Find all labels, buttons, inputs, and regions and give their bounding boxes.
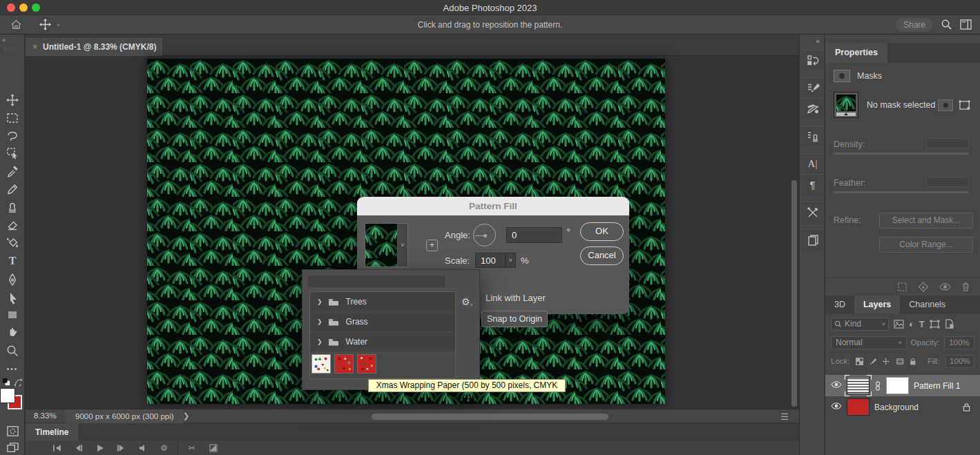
ok-button[interactable]: OK [580, 222, 624, 241]
background-layer-thumbnail[interactable] [847, 398, 869, 416]
lock-all-icon[interactable] [910, 357, 916, 366]
snap-to-origin-button[interactable]: Snap to Origin [481, 311, 548, 327]
mute-audio-button[interactable] [132, 444, 153, 452]
fill-value[interactable]: 100% [945, 355, 974, 368]
filter-pixel-layers-icon[interactable] [894, 320, 904, 329]
close-tab-icon[interactable]: × [32, 42, 37, 52]
next-frame-button[interactable] [111, 444, 132, 452]
feather-value-box[interactable] [926, 177, 969, 187]
pen-tool[interactable] [3, 271, 21, 288]
history-panel-icon[interactable] [802, 50, 823, 70]
previous-frame-button[interactable] [68, 444, 89, 452]
density-slider[interactable] [834, 153, 969, 155]
add-vector-mask-icon[interactable] [959, 99, 972, 111]
vertical-scrollbar[interactable] [791, 56, 798, 409]
pattern-layer-thumbnail[interactable] [847, 377, 869, 394]
move-tool[interactable] [3, 92, 21, 108]
color-range-button[interactable]: Color Range... [879, 237, 973, 253]
layer-mask-thumbnail[interactable] [886, 377, 909, 394]
document-tab[interactable]: × Untitled-1 @ 8.33% (CMYK/8) [26, 38, 162, 56]
opacity-value[interactable]: 100% [944, 336, 974, 349]
load-selection-icon[interactable] [897, 282, 907, 292]
share-button[interactable]: Share [896, 18, 933, 32]
tools-panel-icon[interactable] [802, 202, 823, 222]
add-pixel-mask-icon[interactable] [938, 99, 953, 111]
brushes-panel-icon[interactable] [802, 77, 823, 98]
layer-pattern-thumbnail[interactable] [834, 92, 858, 118]
layer-row-pattern-fill[interactable]: Pattern Fill 1 [825, 375, 980, 396]
screen-mode-icon[interactable] [3, 439, 21, 455]
paint-bucket-tool[interactable] [3, 235, 21, 251]
workspace-switcher-icon[interactable] [960, 19, 972, 32]
character-panel-icon[interactable]: A| [802, 153, 823, 174]
filter-type-layers-icon[interactable]: T [919, 319, 925, 329]
pattern-dropdown-chevron-icon[interactable]: ˅ [397, 224, 407, 267]
pattern-thumbnail-red-2[interactable] [357, 354, 376, 374]
scale-input[interactable]: 100 [475, 253, 506, 268]
layer-visibility-eye-icon[interactable] [831, 380, 842, 391]
pattern-folder-trees[interactable]: ❯ Trees [310, 292, 455, 311]
blend-mode-dropdown[interactable]: Normal ˅ [831, 336, 907, 349]
direct-selection-tool[interactable] [3, 290, 21, 307]
cancel-button[interactable]: Cancel [580, 246, 624, 265]
picker-settings-gear-icon[interactable]: ⚙˅ [461, 296, 473, 307]
lock-position-icon[interactable] [882, 357, 890, 366]
tools-grip[interactable]: |||||| [4, 46, 17, 52]
pattern-preview-dropdown[interactable]: ˅ [365, 223, 408, 267]
kind-filter-dropdown[interactable]: Kind ˅ [831, 318, 889, 331]
object-selection-tool[interactable] [3, 145, 21, 162]
timeline-settings-icon[interactable]: ⚙ [153, 443, 175, 453]
collapse-panels-icon[interactable]: « [816, 37, 820, 45]
tab-3d[interactable]: 3D [825, 296, 854, 314]
pattern-search-input[interactable] [307, 275, 445, 287]
tab-channels[interactable]: Channels [900, 296, 954, 314]
paragraph-panel-icon[interactable]: ¶ [802, 174, 823, 195]
lock-transparency-icon[interactable] [856, 357, 863, 366]
pattern-folder-grass[interactable]: ❯ Grass [310, 312, 455, 331]
filter-smart-objects-icon[interactable] [945, 319, 954, 329]
brush-settings-panel-icon[interactable] [802, 98, 823, 119]
tab-layers[interactable]: Layers [854, 296, 900, 314]
lock-artboard-icon[interactable] [896, 357, 904, 366]
timeline-panel-menu-icon[interactable]: ☰ [780, 412, 789, 422]
select-and-mask-button[interactable]: Select and Mask... [879, 213, 973, 229]
split-clip-icon[interactable]: ✂ [181, 443, 202, 453]
quick-mask-icon[interactable] [3, 423, 21, 439]
dialog-title[interactable]: Pattern Fill [357, 197, 629, 215]
transition-icon[interactable] [202, 444, 224, 452]
status-chevron-icon[interactable]: ❯ [183, 412, 189, 420]
layer-name[interactable]: Pattern Fill 1 [914, 381, 960, 391]
scale-dropdown-chevron-icon[interactable]: ˅ [506, 253, 516, 268]
default-colors-icon[interactable] [2, 378, 11, 389]
zoom-tool[interactable] [3, 342, 21, 359]
eraser-tool[interactable] [3, 217, 21, 233]
tab-timeline[interactable]: Timeline [26, 423, 78, 441]
healing-brush-tool[interactable] [3, 181, 21, 197]
angle-dial[interactable] [473, 224, 496, 246]
apply-mask-icon[interactable] [918, 282, 929, 292]
link-with-layer-label[interactable]: Link with Layer [486, 293, 546, 303]
mask-link-icon[interactable] [874, 381, 881, 391]
filter-shape-layers-icon[interactable] [930, 320, 940, 329]
marquee-tool[interactable] [3, 110, 21, 126]
expand-tools-icon[interactable]: » [2, 37, 6, 43]
disclosure-chevron-icon[interactable]: ❯ [317, 298, 323, 305]
disclosure-chevron-icon[interactable]: ❯ [317, 338, 323, 345]
clone-source-panel-icon[interactable] [802, 126, 823, 146]
hand-tool[interactable] [3, 324, 21, 340]
search-icon[interactable] [941, 19, 952, 32]
rectangle-tool[interactable] [3, 307, 21, 323]
zoom-level[interactable]: 8.33% [34, 412, 57, 420]
swap-colors-icon[interactable] [14, 378, 23, 389]
pattern-folder-water[interactable]: ❯ Water [310, 332, 455, 351]
eyedropper-tool[interactable] [3, 163, 21, 180]
more-tools-icon[interactable]: ••• [3, 360, 21, 377]
feather-slider[interactable] [834, 191, 969, 193]
disclosure-chevron-icon[interactable]: ❯ [317, 318, 323, 325]
lock-pixels-brush-icon[interactable] [869, 357, 876, 366]
vertical-scrollbar-thumb[interactable] [791, 180, 797, 407]
first-frame-button[interactable] [46, 444, 68, 452]
density-value-box[interactable] [926, 138, 969, 148]
toggle-mask-eye-icon[interactable] [939, 282, 951, 291]
tab-properties[interactable]: Properties [825, 43, 887, 63]
